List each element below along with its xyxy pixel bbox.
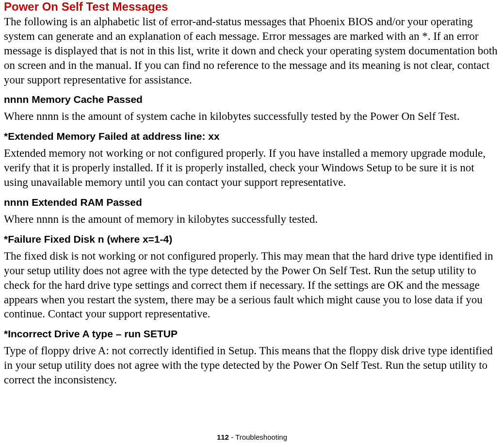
section-body: Where nnnn is the amount of memory in ki… (4, 212, 500, 227)
page-footer: 112 - Troubleshooting (0, 433, 504, 441)
section-body: Type of floppy drive A: not correctly id… (4, 344, 500, 387)
footer-page-number: 112 (217, 433, 229, 441)
section-body: Where nnnn is the amount of system cache… (4, 109, 500, 124)
section-heading: *Incorrect Drive A type – run SETUP (4, 328, 500, 340)
section-body: Extended memory not working or not confi… (4, 146, 500, 190)
section-heading: nnnn Extended RAM Passed (4, 197, 500, 208)
section-heading: nnnn Memory Cache Passed (4, 94, 500, 105)
footer-section-name: Troubleshooting (235, 433, 287, 441)
section-body: The fixed disk is not working or not con… (4, 249, 500, 321)
section-heading: *Extended Memory Failed at address line:… (4, 131, 500, 142)
page-title: Power On Self Test Messages (4, 0, 500, 14)
footer-separator: - (229, 433, 235, 441)
section-heading: *Failure Fixed Disk n (where x=1-4) (4, 233, 500, 245)
intro-paragraph: The following is an alphabetic list of e… (4, 15, 500, 87)
